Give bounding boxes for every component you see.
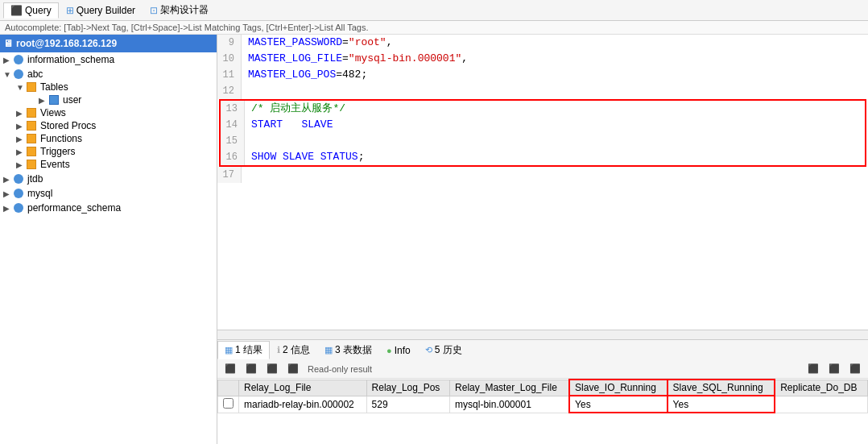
tree-label-stored-procs[interactable]: ▶ Stored Procs [13,119,217,132]
tab-query[interactable]: ⬛ Query [3,2,59,19]
line-num-10: 10 [217,51,242,67]
tree-label-events[interactable]: ▶ Events [13,158,217,171]
th-relay-log-file: Relay_Log_File [239,380,367,396]
expand-icon-events: ▶ [16,160,24,169]
code-line-16: 16 SHOW SLAVE STATUS; [221,149,865,165]
tree-text-user: user [63,94,81,106]
tree-label-performance-schema[interactable]: ▶ performance_schema [0,201,217,214]
code-line-10: 10 MASTER_LOG_FILE="mysql-bin.000001", [217,51,868,67]
bottom-panel: ▦ 1 结果 ℹ 2 信息 ▦ 3 表数据 ● Info [217,339,868,444]
results-icon: ▦ [225,345,233,355]
db-icon-jtdb [14,174,23,184]
server-icon: 🖥 [3,38,13,49]
td-checkbox[interactable] [218,396,239,413]
tab-info[interactable]: ℹ 2 信息 [270,341,317,359]
tree-node-information-schema[interactable]: ▶ information_schema [0,52,217,67]
highlight-region: 13 /* 启动主从服务*/ 14 START SLAVE 15 [219,99,866,167]
expand-icon-mysql: ▶ [3,189,11,198]
tab-query-builder[interactable]: ⊞ Query Builder [59,2,143,19]
tree-label-functions[interactable]: ▶ Functions [13,132,217,145]
tree-label-user[interactable]: ▶ user [35,93,217,106]
folder-icon-functions [27,134,36,143]
line-num-13: 13 [221,101,245,117]
readonly-label: Read-only result [304,363,375,375]
line-num-9: 9 [217,35,242,51]
history-icon: ⟲ [425,345,432,355]
tree-text-performance-schema: performance_schema [27,202,121,214]
tab-query-label: Query [25,5,52,16]
line-content-14: START SLAVE [245,117,333,133]
builder-icon: ⊞ [66,5,74,16]
tree-text-events: Events [40,159,70,170]
line-content-10: MASTER_LOG_FILE="mysql-bin.000001", [242,51,468,67]
tree-node-abc[interactable]: ▼ abc ▼ Tables ▶ user [0,67,217,172]
table-row: mariadb-relay-bin.000002 529 mysql-bin.0… [218,396,868,413]
btn-export[interactable]: ⬛ [804,362,823,376]
tree-label-information-schema[interactable]: ▶ information_schema [0,53,217,66]
btn-copy[interactable]: ⬛ [221,362,240,376]
folder-icon-tables [27,82,36,92]
expand-icon-user: ▶ [39,96,47,105]
td-relay-log-file: mariadb-relay-bin.000002 [239,396,367,413]
tab-info2[interactable]: ● Info [379,342,418,358]
top-tab-bar: ⬛ Query ⊞ Query Builder ⊡ 架构设计器 [0,0,868,21]
tab-schema-label: 架构设计器 [160,3,209,17]
tree-node-jtdb[interactable]: ▶ jtdb [0,172,217,186]
btn-add-row[interactable]: ⬛ [262,362,282,376]
code-line-12: 12 [217,83,868,99]
tab-history[interactable]: ⟲ 5 历史 [418,341,469,359]
expand-icon-functions: ▶ [16,135,24,143]
info2-icon: ● [386,346,392,355]
tab-tabledata-label: 3 表数据 [335,343,372,357]
bottom-tab-bar: ▦ 1 结果 ℹ 2 信息 ▦ 3 表数据 ● Info [217,340,868,359]
tree-text-jtdb: jtdb [27,173,43,185]
tree-node-performance-schema[interactable]: ▶ performance_schema [0,201,217,215]
expand-icon-jtdb: ▶ [3,175,11,184]
td-slave-sql-running: Yes [668,396,775,413]
code-lines: 9 MASTER_PASSWORD="root", 10 MASTER_LOG_… [217,35,868,183]
line-num-17: 17 [217,167,242,183]
h-scrollbar[interactable] [217,330,868,339]
td-relay-master-log-file: mysql-bin.000001 [450,396,570,413]
query-icon: ⬛ [10,5,23,16]
tree-text-functions: Functions [40,133,82,144]
btn-paste[interactable]: ⬛ [242,362,261,376]
tree-text-abc: abc [27,68,43,80]
expand-icon-triggers: ▶ [16,147,24,156]
tab-schema-designer[interactable]: ⊡ 架构设计器 [143,1,216,19]
tab-results[interactable]: ▦ 1 结果 [217,341,270,359]
row-checkbox[interactable] [223,398,234,409]
line-content-17 [242,167,254,183]
tree-label-views[interactable]: ▶ Views [13,106,217,119]
code-line-17: 17 [217,167,868,183]
line-content-15 [245,133,258,149]
btn-import[interactable]: ⬛ [825,362,844,376]
btn-refresh[interactable]: ⬛ [845,362,865,376]
tree-node-mysql[interactable]: ▶ mysql [0,186,217,201]
th-checkbox [218,380,239,396]
code-line-11: 11 MASTER_LOG_POS=482; [217,67,868,83]
sidebar-header-label: root@192.168.126.129 [16,38,117,49]
line-content-16: SHOW SLAVE STATUS; [245,149,364,165]
btn-delete-row[interactable]: ⬛ [283,362,303,376]
line-content-12 [242,83,254,99]
tree-label-triggers[interactable]: ▶ Triggers [13,145,217,158]
tree-label-tables[interactable]: ▼ Tables [13,81,217,93]
code-editor[interactable]: 9 MASTER_PASSWORD="root", 10 MASTER_LOG_… [217,35,868,330]
th-replicate-do-db: Replicate_Do_DB [775,380,867,396]
tree-text-tables: Tables [40,81,68,93]
sidebar-header: 🖥 root@192.168.126.129 [0,35,217,52]
tab-tabledata[interactable]: ▦ 3 表数据 [317,341,379,359]
tree-label-mysql[interactable]: ▶ mysql [0,187,217,200]
tree-text-mysql: mysql [27,188,52,199]
tree-label-abc[interactable]: ▼ abc [0,68,217,81]
tab-info2-label: Info [395,345,411,356]
th-relay-log-pos: Relay_Log_Pos [366,380,450,396]
tree-label-jtdb[interactable]: ▶ jtdb [0,172,217,185]
line-num-15: 15 [221,133,245,149]
tree-text-information-schema: information_schema [27,54,114,65]
results-area[interactable]: Relay_Log_File Relay_Log_Pos Relay_Maste… [217,379,868,444]
db-icon-abc [14,69,23,79]
expand-icon-abc: ▼ [3,70,11,79]
folder-icon-views [27,108,36,118]
